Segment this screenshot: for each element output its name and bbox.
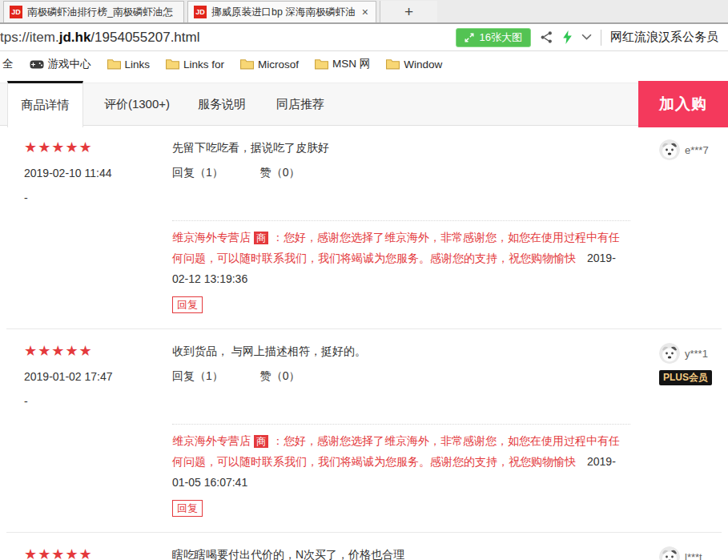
bookmark-label: Window — [404, 58, 442, 71]
lightning-icon[interactable] — [562, 30, 573, 44]
shop-badge: 商 — [254, 435, 268, 448]
close-icon[interactable]: × — [360, 6, 370, 18]
tab-service[interactable]: 服务说明 — [179, 83, 264, 125]
share-icon[interactable] — [540, 30, 553, 44]
seller-store-name: 维京海外专营店 — [172, 231, 251, 244]
order-note: - — [24, 395, 172, 408]
like-link[interactable]: 赞（0） — [260, 166, 300, 180]
url-input[interactable]: tps://item.jd.hk/1954055207.html — [0, 30, 199, 46]
product-nav: 商品详情 评价(1300+) 服务说明 同店推荐 加入购 — [0, 83, 728, 126]
default-avatar-icon — [659, 343, 680, 364]
default-avatar-icon — [659, 546, 680, 560]
bookmark-folder-msn[interactable]: MSN 网 — [315, 57, 370, 71]
expand-icon — [465, 33, 474, 42]
reviewer-name: e***7 — [685, 144, 709, 156]
tab-product-detail[interactable]: 商品详情 — [7, 81, 83, 127]
url-path: /1954055207.html — [90, 30, 199, 45]
default-avatar-icon — [659, 139, 680, 160]
reply-count-link[interactable]: 回复（1） — [172, 166, 223, 180]
bookmark-label: Microsof — [258, 58, 299, 71]
avatar — [659, 343, 680, 364]
shop-badge: 商 — [254, 232, 268, 244]
chevron-down-icon[interactable] — [581, 34, 592, 41]
tab-shop-recommend[interactable]: 同店推荐 — [264, 83, 336, 125]
review-item: ★★★★★ 2018-12-30 13:11 瞎吃瞎喝要付出代价的，N次买了，价… — [0, 533, 728, 560]
tab-reviews[interactable]: 评价(1300+) — [95, 83, 179, 125]
toolbar-divider — [601, 30, 601, 46]
review-text: 收到货品， 与网上描述相符，挺好的。 — [172, 344, 630, 359]
folder-icon — [386, 58, 400, 70]
tab-title: 南极磷虾油排行榜_南极磷虾油怎 — [27, 6, 178, 19]
seller-store-name: 维京海外专营店 — [172, 434, 251, 447]
folder-icon — [107, 58, 121, 70]
address-bar: tps://item.jd.hk/1954055207.html 16张大图 网… — [0, 24, 728, 51]
reply-separator: ： — [272, 231, 284, 244]
star-rating: ★★★★★ — [24, 342, 172, 360]
profile-name[interactable]: 网红流浪汉系公务员 — [610, 30, 718, 45]
review-item: ★★★★★ 2019-02-10 11:44 - 先留下吃吃看，据说吃了皮肤好 … — [0, 126, 728, 315]
bookmark-folder-window[interactable]: Window — [386, 58, 442, 71]
reply-button[interactable]: 回复 — [172, 296, 203, 313]
browser-tab-2[interactable]: JD 挪威原装进口bp 深海南极磷虾油 × — [187, 1, 376, 22]
review-text: 瞎吃瞎喝要付出代价的，N次买了，价格也合理 — [172, 548, 630, 560]
reply-separator: ： — [272, 434, 284, 447]
bookmark-folder-links[interactable]: Links — [107, 58, 151, 71]
browser-tab-1[interactable]: JD 南极磷虾油排行榜_南极磷虾油怎 — [3, 1, 184, 22]
plus-member-badge: PLUS会员 — [659, 370, 712, 385]
review-item: ★★★★★ 2019-01-02 17:47 - 收到货品， 与网上描述相符，挺… — [0, 329, 728, 518]
folder-icon — [166, 58, 179, 70]
avatar — [659, 546, 680, 560]
photos-badge-label: 16张大图 — [480, 30, 522, 45]
star-rating: ★★★★★ — [24, 139, 172, 156]
jd-favicon: JD — [10, 6, 22, 18]
bookmark-label: 全 — [2, 57, 14, 71]
bookmarks-bar: 全 游戏中心 Links Links for Microsof MSN 网 — [0, 51, 728, 77]
tab-title: 挪威原装进口bp 深海南极磷虾油 — [211, 6, 356, 19]
reviewer-name: y***1 — [685, 348, 708, 360]
folder-icon — [240, 58, 254, 70]
add-to-cart-button[interactable]: 加入购 — [638, 81, 728, 127]
url-domain: jd.hk — [59, 30, 91, 45]
bookmark-label: Links — [125, 58, 151, 71]
bookmark-item[interactable]: 全 — [2, 57, 14, 71]
like-link[interactable]: 赞（0） — [260, 369, 300, 384]
avatar — [659, 139, 680, 160]
bookmark-label: Links for — [183, 58, 224, 71]
reply-button[interactable]: 回复 — [172, 500, 203, 517]
review-text: 先留下吃吃看，据说吃了皮肤好 — [172, 141, 630, 155]
review-date: 2019-02-10 11:44 — [24, 167, 172, 179]
order-note: - — [24, 191, 172, 204]
photos-count-badge[interactable]: 16张大图 — [456, 28, 531, 47]
bookmark-item-game-center[interactable]: 游戏中心 — [30, 57, 91, 71]
url-prefix: tps://item. — [0, 30, 59, 45]
browser-tab-strip: JD 南极磷虾油排行榜_南极磷虾油怎 JD 挪威原装进口bp 深海南极磷虾油 ×… — [0, 0, 728, 24]
toolbar-actions: 16张大图 网红流浪汉系公务员 — [456, 28, 728, 47]
seller-reply: 维京海外专营店商：您好，感谢您选择了维京海外，非常感谢您，如您在使用过程中有任何… — [172, 220, 630, 315]
jd-favicon: JD — [194, 6, 207, 18]
bookmark-label: MSN 网 — [332, 57, 370, 71]
reply-count-link[interactable]: 回复（1） — [172, 369, 223, 384]
folder-icon — [315, 58, 328, 70]
new-tab-button[interactable]: + — [380, 1, 437, 22]
seller-reply: 维京海外专营店商：您好，感谢您选择了维京海外，非常感谢您，如您在使用过程中有任何… — [172, 424, 630, 518]
gamepad-icon — [30, 60, 44, 69]
bookmark-label: 游戏中心 — [48, 57, 91, 71]
reviewer-name: l***t — [685, 551, 702, 560]
bookmark-folder-microsof[interactable]: Microsof — [240, 58, 299, 71]
review-date: 2019-01-02 17:47 — [24, 370, 172, 383]
star-rating: ★★★★★ — [24, 546, 172, 560]
bookmark-folder-links-for[interactable]: Links for — [166, 58, 224, 71]
